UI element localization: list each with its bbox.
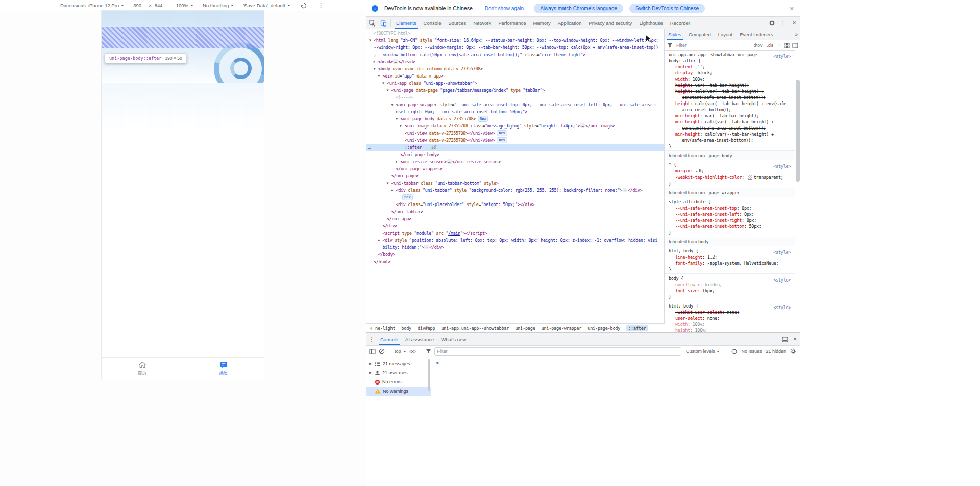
- expand-arrow-icon[interactable]: ▶: [396, 158, 398, 165]
- css-declaration[interactable]: font-family: -apple-system, HelveticaNeu…: [669, 260, 793, 266]
- tabbar-item-home[interactable]: 首页: [102, 358, 183, 379]
- dom-tree-row[interactable]: flex: [366, 194, 664, 201]
- flex-badge[interactable]: flex: [402, 194, 412, 200]
- expand-arrow-icon[interactable]: ▶: [374, 58, 376, 65]
- console-context-selector[interactable]: top: [395, 349, 406, 354]
- css-selector[interactable]: uni-app.uni-app--showtabbar uni-page-bod…: [669, 52, 793, 64]
- console-sidebar-toggle-icon[interactable]: [369, 349, 376, 354]
- console-sidebar-scrollbar[interactable]: [428, 359, 430, 391]
- dom-tree-row[interactable]: </uni-page-wrapper>: [366, 165, 664, 172]
- switch-to-chinese-button[interactable]: Switch DevTools to Chinese: [629, 4, 705, 13]
- dom-tree-row[interactable]: <uni-view data-v-27355708></uni-view>fle…: [366, 130, 664, 137]
- dom-tree-row[interactable]: ▼<uni-tabbar class="uni-tabbar-bottom" s…: [366, 180, 664, 187]
- dom-tree-row[interactable]: ▶<div style="position: absolute; left: 0…: [366, 237, 664, 244]
- console-settings-gear-icon[interactable]: [790, 348, 796, 354]
- dom-tree-row[interactable]: bility: hidden;">…</div>: [366, 244, 664, 251]
- dom-tree-row[interactable]: ▼<uni-page-wrapper style="--uni-safe-are…: [366, 101, 664, 108]
- element-classes-button[interactable]: .cls: [766, 42, 774, 48]
- css-declaration[interactable]: min-height: calc(var(--tab-bar-height) +…: [669, 119, 793, 131]
- device-toolbar-toggle-icon[interactable]: [378, 17, 389, 29]
- breadcrumb-item[interactable]: uni-page: [515, 326, 535, 331]
- console-sidebar-item[interactable]: No warnings: [366, 387, 431, 396]
- dom-tree-row[interactable]: ▶<div class="uni-tabbar" style="backgrou…: [366, 187, 664, 194]
- settings-gear-icon[interactable]: [766, 20, 777, 27]
- close-banner-icon[interactable]: ×: [788, 5, 796, 12]
- expand-arrow-icon[interactable]: ▶: [369, 362, 373, 366]
- save-data-selector[interactable]: 'Save-Data': default: [243, 3, 290, 8]
- stylesheet-origin-link[interactable]: <style>: [773, 304, 791, 311]
- drawer-tab-what-s-new[interactable]: What's new: [437, 333, 470, 345]
- toggle-element-state-button[interactable]: :hov: [753, 42, 763, 48]
- dom-tree-row[interactable]: ▶<uni-image data-v-27355708 class="messa…: [366, 122, 664, 130]
- eye-icon[interactable]: [409, 349, 416, 354]
- styles-filter-input[interactable]: [675, 42, 750, 48]
- css-declaration[interactable]: --uni-safe-area-inset-left: 0px;: [669, 211, 793, 217]
- css-selector[interactable]: html, body {<style>: [669, 303, 793, 309]
- scrollbar-thumb[interactable]: [796, 80, 800, 182]
- device-width-input[interactable]: [133, 3, 145, 8]
- dom-tree-row[interactable]: ▼<uni-page data-page="pages/tabbar/messa…: [366, 87, 664, 94]
- breadcrumb-item[interactable]: ne-light: [375, 326, 395, 331]
- breadcrumb-item[interactable]: div#app: [418, 326, 435, 331]
- tab-elements[interactable]: Elements: [393, 17, 420, 29]
- dom-tree-row[interactable]: </uni-page>: [366, 172, 664, 180]
- css-declaration[interactable]: overflow-x: hidden;: [669, 282, 793, 288]
- css-declaration[interactable]: --uni-safe-area-inset-top: 0px;: [669, 205, 793, 211]
- flex-badge[interactable]: flex: [478, 116, 488, 122]
- drawer-menu-icon[interactable]: ⋮: [366, 333, 377, 345]
- breadcrumb-item[interactable]: body: [401, 326, 411, 331]
- match-chrome-language-button[interactable]: Always match Chrome's language: [534, 4, 623, 13]
- css-declaration[interactable]: width: 100%;: [669, 76, 793, 82]
- new-style-rule-button[interactable]: +: [777, 42, 781, 48]
- dom-tree-row[interactable]: ▼<div id="app" data-v-app>: [366, 72, 664, 80]
- css-declaration[interactable]: font-size: 16px;: [669, 288, 793, 294]
- css-declaration[interactable]: --uni-safe-area-inset-right: 0px;: [669, 217, 793, 223]
- clear-console-icon[interactable]: [379, 348, 385, 354]
- more-tabs-icon[interactable]: »: [792, 32, 801, 37]
- css-declaration[interactable]: height: var(--tab-bar-height);: [669, 82, 793, 88]
- drawer-tab-ai-assistance[interactable]: AI assistance: [402, 333, 438, 345]
- stylesheet-origin-link[interactable]: <style>: [773, 249, 791, 255]
- breadcrumb-item[interactable]: uni-page-body: [587, 326, 620, 331]
- css-selector[interactable]: style attribute {: [669, 199, 793, 205]
- device-toolbar-menu-icon[interactable]: ⋮: [317, 3, 325, 8]
- collapse-arrow-icon[interactable]: ▼: [387, 87, 389, 94]
- expand-ellipsis[interactable]: …: [580, 123, 585, 128]
- inherited-node-link[interactable]: body: [698, 239, 708, 244]
- dom-tree-row[interactable]: </uni-tabbar>: [366, 208, 664, 215]
- color-swatch[interactable]: [748, 175, 752, 180]
- css-selector[interactable]: html, body {<style>: [669, 248, 793, 254]
- shorthand-expand-icon[interactable]: ▸: [696, 169, 698, 173]
- hidden-messages-count[interactable]: 21 hidden: [766, 349, 786, 354]
- collapse-arrow-icon[interactable]: ▼: [387, 180, 389, 187]
- css-declaration[interactable]: display: block;: [669, 70, 793, 76]
- dom-tree-row[interactable]: <script type="module" src="/main"></scri…: [366, 229, 664, 237]
- collapse-arrow-icon[interactable]: ▼: [382, 80, 384, 87]
- collapse-arrow-icon[interactable]: ▼: [391, 101, 394, 108]
- css-selector[interactable]: body {<style>: [669, 275, 793, 282]
- zoom-selector[interactable]: 100%: [176, 3, 193, 8]
- rotate-device-icon[interactable]: [300, 3, 308, 9]
- flex-badge[interactable]: flex: [497, 137, 507, 143]
- css-declaration[interactable]: min-height: calc(var(--tab-bar-height) +…: [669, 131, 793, 143]
- sidebar-tab-computed[interactable]: Computed: [685, 29, 715, 40]
- expand-ellipsis[interactable]: …: [424, 245, 429, 249]
- css-declaration[interactable]: user-select: none;: [669, 315, 793, 321]
- dom-tree-row[interactable]: </div>: [366, 222, 664, 229]
- stylesheet-origin-link[interactable]: <style>: [773, 53, 791, 59]
- expand-arrow-icon[interactable]: ▶: [400, 122, 402, 130]
- dom-tree-row[interactable]: <!DOCTYPE html>: [366, 30, 664, 37]
- css-selector[interactable]: * {<style>: [669, 162, 793, 168]
- dock-drawer-icon[interactable]: [782, 337, 788, 342]
- tab-sources[interactable]: Sources: [445, 17, 470, 29]
- device-height-input[interactable]: [155, 3, 167, 8]
- devtools-menu-icon[interactable]: ⋮: [777, 20, 789, 26]
- css-declaration[interactable]: height: 100%;: [669, 327, 793, 332]
- drawer-tab-console[interactable]: Console: [377, 333, 402, 345]
- dom-tree-row[interactable]: ▼<uni-page-body data-v-27355708>flex: [366, 115, 664, 122]
- dom-tree-row[interactable]: ▶<head>…</head>: [366, 58, 664, 65]
- dom-tree-row[interactable]: </uni-page-body>: [366, 151, 664, 158]
- close-devtools-icon[interactable]: ×: [789, 19, 800, 27]
- expand-arrow-icon[interactable]: ▶: [378, 237, 380, 244]
- dom-tree-row[interactable]: nset-right: 0px; --uni-safe-area-inset-b…: [366, 108, 664, 115]
